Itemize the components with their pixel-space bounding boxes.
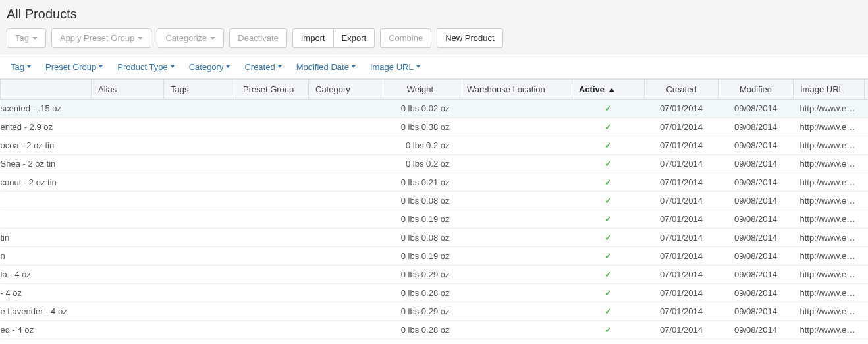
check-icon: ✓ <box>605 251 612 261</box>
cell-preset-group <box>236 191 309 210</box>
table-row[interactable]: Shea - 2 oz tin0 lbs 0.2 oz✓07/01/201409… <box>1 154 869 173</box>
col-header-weight[interactable]: Weight <box>381 79 460 99</box>
cell-weight: 0 lbs 0.02 oz <box>381 99 460 117</box>
col-header-tags[interactable]: Tags <box>164 79 236 99</box>
cell-name: scented - .15 oz <box>1 99 92 117</box>
table-row[interactable]: 0 lbs 0.08 oz✓07/01/201409/08/2014http:/… <box>1 191 869 210</box>
cell-tags <box>164 136 236 154</box>
cell-tags <box>164 210 236 228</box>
cell-created: 07/01/2014 <box>645 99 719 117</box>
apply-preset-button[interactable]: Apply Preset Group <box>51 28 151 48</box>
filter-image-url[interactable]: Image URL <box>370 62 420 72</box>
check-icon: ✓ <box>605 177 612 187</box>
cell-weight: 0 lbs 0.19 oz <box>381 246 460 265</box>
cell-image-url: http://www.eart... <box>794 191 865 210</box>
cell-tags <box>164 154 236 173</box>
chevron-down-icon <box>27 65 31 68</box>
cell-created: 07/01/2014 <box>645 191 719 210</box>
chevron-down-icon <box>416 65 420 68</box>
col-header-alias[interactable]: Alias <box>92 79 164 99</box>
table-row[interactable]: ed - 4 oz0 lbs 0.28 oz✓07/01/201409/08/2… <box>1 320 869 339</box>
filter-tag[interactable]: Tag <box>11 62 31 72</box>
products-table-wrap: Alias Tags Preset Group Category Weight … <box>0 79 868 339</box>
cell-extra: 0 <box>865 154 869 173</box>
table-row[interactable]: scented - .15 oz0 lbs 0.02 oz✓07/01/2014… <box>1 99 869 117</box>
cell-weight: 0 lbs 0.2 oz <box>381 136 460 154</box>
cell-preset-group <box>236 320 309 339</box>
col-header-category[interactable]: Category <box>309 79 381 99</box>
cell-category <box>309 246 381 265</box>
table-row[interactable]: ented - 2.9 oz0 lbs 0.38 oz✓07/01/201409… <box>1 117 869 136</box>
cell-modified: 09/08/2014 <box>719 265 794 283</box>
cell-created: 07/01/2014 <box>645 302 719 320</box>
cell-modified: 09/08/2014 <box>719 99 794 117</box>
deactivate-button[interactable]: Deactivate <box>229 28 286 48</box>
cell-extra: 0 <box>865 173 869 191</box>
cell-weight: 0 lbs 0.2 oz <box>381 154 460 173</box>
filter-modified-date[interactable]: Modified Date <box>296 62 356 72</box>
new-product-button[interactable]: New Product <box>437 28 502 48</box>
cell-name: conut - 2 oz tin <box>1 173 92 191</box>
col-header-preset-group[interactable]: Preset Group <box>236 79 309 99</box>
cell-created: 07/01/2014 <box>645 265 719 283</box>
col-header-warehouse-location[interactable]: Warehouse Location <box>460 79 572 99</box>
new-product-label: New Product <box>445 33 494 43</box>
cell-warehouse-location <box>460 265 572 283</box>
cell-image-url: http://www.eart... <box>794 283 865 302</box>
cell-extra: 0 <box>865 320 869 339</box>
cell-category <box>309 228 381 246</box>
cell-modified: 09/08/2014 <box>719 320 794 339</box>
cell-tags <box>164 246 236 265</box>
cell-alias <box>92 136 164 154</box>
table-row[interactable]: 0 lbs 0.19 oz✓07/01/201409/08/2014http:/… <box>1 210 869 228</box>
filter-created-label: Created <box>244 62 275 72</box>
cell-active: ✓ <box>572 191 645 210</box>
filter-image-url-label: Image URL <box>370 62 414 72</box>
check-icon: ✓ <box>605 214 612 224</box>
check-icon: ✓ <box>605 270 612 279</box>
cell-preset-group <box>236 99 309 117</box>
table-row[interactable]: la - 4 oz0 lbs 0.29 oz✓07/01/201409/08/2… <box>1 265 869 283</box>
col-header-created[interactable]: Created <box>645 79 719 99</box>
filter-preset-group[interactable]: Preset Group <box>45 62 103 72</box>
table-row[interactable]: n0 lbs 0.19 oz✓07/01/201409/08/2014http:… <box>1 246 869 265</box>
export-button[interactable]: Export <box>334 28 375 48</box>
import-export-group: Import Export <box>292 28 375 48</box>
tag-button[interactable]: Tag <box>7 28 46 48</box>
col-header-active[interactable]: Active <box>572 79 645 99</box>
chevron-down-icon <box>352 65 356 68</box>
cell-warehouse-location <box>460 117 572 136</box>
col-header-extra[interactable] <box>865 79 869 99</box>
filter-product-type[interactable]: Product Type <box>117 62 174 72</box>
cell-name <box>1 210 92 228</box>
cell-modified: 09/08/2014 <box>719 283 794 302</box>
table-row[interactable]: ocoa - 2 oz tin0 lbs 0.2 oz✓07/01/201409… <box>1 136 869 154</box>
check-icon: ✓ <box>605 233 612 243</box>
cell-tags <box>164 228 236 246</box>
cell-warehouse-location <box>460 99 572 117</box>
table-row[interactable]: conut - 2 oz tin0 lbs 0.21 oz✓07/01/2014… <box>1 173 869 191</box>
cell-tags <box>164 191 236 210</box>
cell-modified: 09/08/2014 <box>719 173 794 191</box>
categorize-button[interactable]: Categorize <box>157 28 224 48</box>
combine-button[interactable]: Combine <box>380 28 431 48</box>
header-region: All Products Tag Apply Preset Group Cate… <box>0 0 868 55</box>
cell-preset-group <box>236 154 309 173</box>
table-row[interactable]: e Lavender - 4 oz0 lbs 0.29 oz✓07/01/201… <box>1 302 869 320</box>
col-header-image-url[interactable]: Image URL <box>794 79 865 99</box>
filter-category[interactable]: Category <box>189 62 231 72</box>
apply-preset-label: Apply Preset Group <box>60 33 134 43</box>
filter-created[interactable]: Created <box>244 62 281 72</box>
table-row[interactable]: tin0 lbs 0.08 oz✓07/01/201409/08/2014htt… <box>1 228 869 246</box>
col-header-modified[interactable]: Modified <box>719 79 794 99</box>
col-header-active-label: Active <box>579 84 605 94</box>
table-row[interactable]: - 4 oz0 lbs 0.28 oz✓07/01/201409/08/2014… <box>1 283 869 302</box>
cell-active: ✓ <box>572 154 645 173</box>
cell-category <box>309 117 381 136</box>
cell-active: ✓ <box>572 210 645 228</box>
cell-category <box>309 302 381 320</box>
cell-warehouse-location <box>460 228 572 246</box>
import-button[interactable]: Import <box>292 28 334 48</box>
action-toolbar: Tag Apply Preset Group Categorize Deacti… <box>7 28 861 48</box>
col-header-name[interactable] <box>1 79 92 99</box>
